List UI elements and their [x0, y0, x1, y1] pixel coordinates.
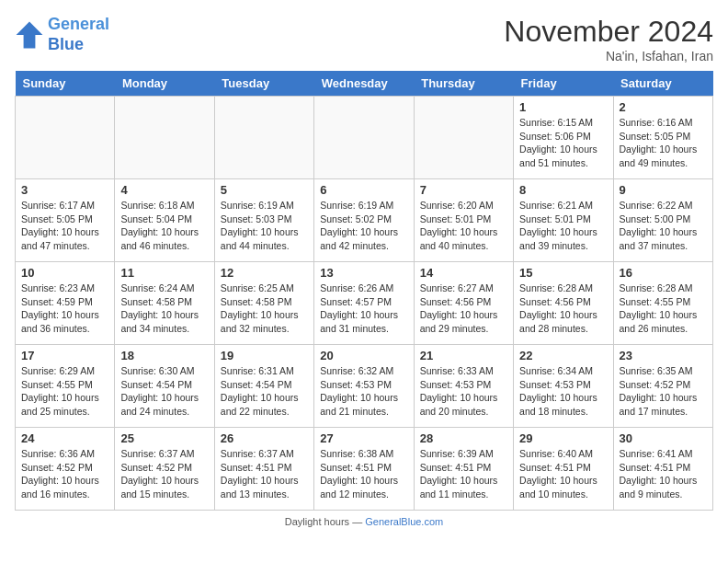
calendar-day-cell: 30Sunrise: 6:41 AM Sunset: 4:51 PM Dayli…	[613, 428, 712, 511]
day-of-week-header: Sunday	[16, 71, 115, 97]
day-number: 16	[620, 266, 707, 280]
day-number: 7	[420, 183, 507, 197]
day-number: 11	[120, 266, 208, 280]
day-number: 17	[21, 349, 108, 362]
day-info: Sunrise: 6:26 AM Sunset: 4:57 PM Dayligh…	[320, 282, 407, 336]
day-info: Sunrise: 6:16 AM Sunset: 5:05 PM Dayligh…	[620, 116, 707, 170]
calendar-day-cell: 7Sunrise: 6:20 AM Sunset: 5:01 PM Daylig…	[414, 179, 513, 262]
day-number: 2	[620, 100, 707, 114]
calendar-day-cell: 6Sunrise: 6:19 AM Sunset: 5:02 PM Daylig…	[314, 179, 414, 262]
day-number: 10	[21, 266, 108, 280]
calendar-day-cell: 18Sunrise: 6:30 AM Sunset: 4:54 PM Dayli…	[115, 345, 214, 428]
day-info: Sunrise: 6:18 AM Sunset: 5:04 PM Dayligh…	[120, 199, 208, 253]
footer: Daylight hours — GeneralBlue.com	[15, 516, 713, 527]
day-info: Sunrise: 6:19 AM Sunset: 5:03 PM Dayligh…	[221, 199, 308, 253]
day-info: Sunrise: 6:15 AM Sunset: 5:06 PM Dayligh…	[519, 116, 607, 170]
day-info: Sunrise: 6:22 AM Sunset: 5:00 PM Dayligh…	[620, 199, 707, 253]
title-block: November 2024 Na'in, Isfahan, Iran	[504, 15, 713, 63]
calendar-day-cell	[214, 97, 313, 179]
day-info: Sunrise: 6:23 AM Sunset: 4:59 PM Dayligh…	[21, 282, 108, 336]
day-info: Sunrise: 6:31 AM Sunset: 4:54 PM Dayligh…	[221, 364, 308, 419]
calendar-week-row: 3Sunrise: 6:17 AM Sunset: 5:05 PM Daylig…	[16, 179, 713, 262]
footer-text: Daylight hours	[285, 516, 349, 527]
day-number: 29	[519, 431, 607, 445]
calendar-week-row: 10Sunrise: 6:23 AM Sunset: 4:59 PM Dayli…	[16, 262, 713, 345]
day-of-week-header: Tuesday	[214, 71, 313, 97]
day-number: 6	[320, 183, 407, 197]
calendar-day-cell: 14Sunrise: 6:27 AM Sunset: 4:56 PM Dayli…	[414, 262, 513, 345]
day-number: 12	[221, 266, 308, 280]
day-number: 18	[120, 349, 208, 362]
calendar-day-cell: 2Sunrise: 6:16 AM Sunset: 5:05 PM Daylig…	[613, 97, 712, 179]
day-number: 22	[519, 349, 607, 362]
day-info: Sunrise: 6:30 AM Sunset: 4:54 PM Dayligh…	[120, 364, 208, 419]
calendar-day-cell: 17Sunrise: 6:29 AM Sunset: 4:55 PM Dayli…	[16, 345, 115, 428]
day-info: Sunrise: 6:40 AM Sunset: 4:51 PM Dayligh…	[519, 447, 607, 501]
day-info: Sunrise: 6:37 AM Sunset: 4:52 PM Dayligh…	[120, 447, 208, 501]
day-number: 15	[519, 266, 607, 280]
day-of-week-header: Thursday	[414, 71, 513, 97]
calendar-day-cell: 25Sunrise: 6:37 AM Sunset: 4:52 PM Dayli…	[115, 428, 214, 511]
day-of-week-header: Monday	[115, 71, 214, 97]
day-number: 28	[420, 431, 507, 445]
day-info: Sunrise: 6:21 AM Sunset: 5:01 PM Dayligh…	[519, 199, 607, 253]
day-info: Sunrise: 6:33 AM Sunset: 4:53 PM Dayligh…	[420, 364, 507, 419]
calendar-day-cell: 13Sunrise: 6:26 AM Sunset: 4:57 PM Dayli…	[314, 262, 414, 345]
calendar-day-cell: 15Sunrise: 6:28 AM Sunset: 4:56 PM Dayli…	[514, 262, 613, 345]
day-number: 8	[519, 183, 607, 197]
day-of-week-header: Friday	[514, 71, 613, 97]
day-info: Sunrise: 6:41 AM Sunset: 4:51 PM Dayligh…	[620, 447, 707, 501]
day-info: Sunrise: 6:39 AM Sunset: 4:51 PM Dayligh…	[420, 447, 507, 501]
calendar-day-cell: 20Sunrise: 6:32 AM Sunset: 4:53 PM Dayli…	[314, 345, 414, 428]
day-info: Sunrise: 6:28 AM Sunset: 4:56 PM Dayligh…	[519, 282, 607, 336]
day-info: Sunrise: 6:38 AM Sunset: 4:51 PM Dayligh…	[320, 447, 407, 501]
day-info: Sunrise: 6:27 AM Sunset: 4:56 PM Dayligh…	[420, 282, 507, 336]
day-info: Sunrise: 6:25 AM Sunset: 4:58 PM Dayligh…	[221, 282, 308, 336]
day-info: Sunrise: 6:34 AM Sunset: 4:53 PM Dayligh…	[519, 364, 607, 419]
day-info: Sunrise: 6:28 AM Sunset: 4:55 PM Dayligh…	[620, 282, 707, 336]
day-number: 5	[221, 183, 308, 197]
svg-marker-1	[17, 21, 43, 48]
calendar-day-cell: 10Sunrise: 6:23 AM Sunset: 4:59 PM Dayli…	[16, 262, 115, 345]
day-number: 21	[420, 349, 507, 362]
calendar-day-cell: 27Sunrise: 6:38 AM Sunset: 4:51 PM Dayli…	[314, 428, 414, 511]
calendar-week-row: 24Sunrise: 6:36 AM Sunset: 4:52 PM Dayli…	[16, 428, 713, 511]
footer-link[interactable]: GeneralBlue.com	[365, 516, 443, 527]
calendar-day-cell: 4Sunrise: 6:18 AM Sunset: 5:04 PM Daylig…	[115, 179, 214, 262]
logo: General Blue	[15, 15, 109, 54]
day-number: 23	[620, 349, 707, 362]
page-header: General Blue November 2024 Na'in, Isfaha…	[15, 15, 713, 63]
calendar-day-cell: 22Sunrise: 6:34 AM Sunset: 4:53 PM Dayli…	[514, 345, 613, 428]
day-of-week-header: Saturday	[613, 71, 712, 97]
calendar-day-cell: 11Sunrise: 6:24 AM Sunset: 4:58 PM Dayli…	[115, 262, 214, 345]
day-info: Sunrise: 6:37 AM Sunset: 4:51 PM Dayligh…	[221, 447, 308, 501]
calendar-day-cell: 26Sunrise: 6:37 AM Sunset: 4:51 PM Dayli…	[214, 428, 313, 511]
calendar-day-cell: 8Sunrise: 6:21 AM Sunset: 5:01 PM Daylig…	[514, 179, 613, 262]
calendar-day-cell: 1Sunrise: 6:15 AM Sunset: 5:06 PM Daylig…	[514, 97, 613, 179]
calendar-day-cell: 16Sunrise: 6:28 AM Sunset: 4:55 PM Dayli…	[613, 262, 712, 345]
calendar-table: SundayMondayTuesdayWednesdayThursdayFrid…	[15, 71, 713, 511]
day-info: Sunrise: 6:19 AM Sunset: 5:02 PM Dayligh…	[320, 199, 407, 253]
day-number: 30	[620, 431, 707, 445]
logo-text: General Blue	[48, 15, 109, 54]
day-number: 14	[420, 266, 507, 280]
calendar-day-cell: 21Sunrise: 6:33 AM Sunset: 4:53 PM Dayli…	[414, 345, 513, 428]
calendar-day-cell: 19Sunrise: 6:31 AM Sunset: 4:54 PM Dayli…	[214, 345, 313, 428]
day-number: 9	[620, 183, 707, 197]
calendar-day-cell: 5Sunrise: 6:19 AM Sunset: 5:03 PM Daylig…	[214, 179, 313, 262]
month-title: November 2024	[504, 15, 713, 49]
calendar-week-row: 17Sunrise: 6:29 AM Sunset: 4:55 PM Dayli…	[16, 345, 713, 428]
day-info: Sunrise: 6:29 AM Sunset: 4:55 PM Dayligh…	[21, 364, 108, 419]
day-info: Sunrise: 6:24 AM Sunset: 4:58 PM Dayligh…	[120, 282, 208, 336]
day-info: Sunrise: 6:35 AM Sunset: 4:52 PM Dayligh…	[620, 364, 707, 419]
day-number: 25	[120, 431, 208, 445]
day-number: 13	[320, 266, 407, 280]
day-number: 1	[519, 100, 607, 114]
day-info: Sunrise: 6:17 AM Sunset: 5:05 PM Dayligh…	[21, 199, 108, 253]
location: Na'in, Isfahan, Iran	[504, 49, 713, 63]
logo-icon	[15, 20, 44, 50]
calendar-day-cell: 23Sunrise: 6:35 AM Sunset: 4:52 PM Dayli…	[613, 345, 712, 428]
calendar-day-cell: 12Sunrise: 6:25 AM Sunset: 4:58 PM Dayli…	[214, 262, 313, 345]
day-info: Sunrise: 6:20 AM Sunset: 5:01 PM Dayligh…	[420, 199, 507, 253]
calendar-header-row: SundayMondayTuesdayWednesdayThursdayFrid…	[16, 71, 713, 97]
